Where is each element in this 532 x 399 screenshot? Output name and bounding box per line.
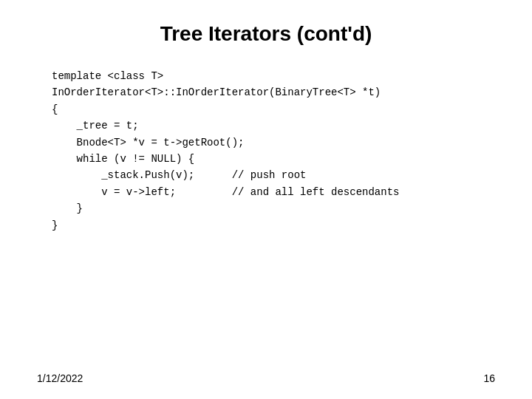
code-line-10: } (52, 217, 495, 233)
code-block: template <class T> InOrderIterator<T>::I… (52, 68, 495, 233)
code-line-7: _stack.Push(v); // push root (52, 167, 495, 183)
footer-date: 1/12/2022 (37, 372, 83, 384)
code-line-9: } (52, 200, 495, 216)
code-line-6: while (v != NULL) { (52, 151, 495, 167)
code-line-4: _tree = t; (52, 117, 495, 134)
slide-title: Tree Iterators (cont'd) (37, 22, 495, 46)
code-line-1: template <class T> (52, 68, 495, 84)
slide: Tree Iterators (cont'd) template <class … (0, 0, 532, 399)
slide-footer: 1/12/2022 16 (37, 372, 495, 384)
code-line-2: InOrderIterator<T>::InOrderIterator(Bina… (52, 84, 495, 100)
code-line-5: Bnode<T> *v = t->getRoot(); (52, 134, 495, 151)
footer-page: 16 (483, 372, 495, 384)
code-line-8: v = v->left; // and all left descendants (52, 184, 495, 200)
code-line-3: { (52, 101, 495, 117)
